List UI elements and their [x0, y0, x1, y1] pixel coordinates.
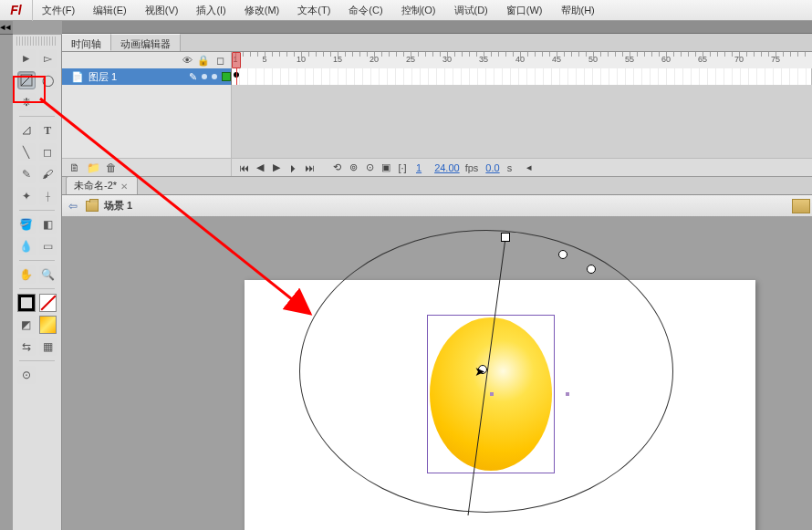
anchor-point: [566, 392, 569, 396]
playhead[interactable]: [232, 52, 241, 68]
gradient-center-handle[interactable]: [478, 365, 487, 374]
menu-edit[interactable]: 编辑(E): [84, 0, 136, 21]
stage-scroll[interactable]: ➤: [62, 216, 812, 530]
scene-label[interactable]: 场景 1: [104, 199, 132, 213]
outline-color-swatch[interactable]: [222, 72, 231, 81]
menu-commands[interactable]: 命令(C): [339, 0, 391, 21]
document-tab-bar: 未命名-2* ✕: [62, 177, 812, 195]
eye-dot[interactable]: [202, 74, 207, 79]
document-tab[interactable]: 未命名-2* ✕: [66, 176, 138, 194]
menu-text[interactable]: 文本(T): [288, 0, 339, 21]
paint-bucket-tool[interactable]: 🪣: [17, 215, 36, 234]
menu-window[interactable]: 窗口(W): [497, 0, 552, 21]
layer-frames[interactable]: [232, 68, 812, 85]
app-logo: Fl: [0, 0, 33, 21]
panel-collapse-grip[interactable]: ◂◂: [0, 21, 13, 35]
tab-motion-editor[interactable]: 动画编辑器: [111, 34, 181, 51]
menu-view[interactable]: 视图(V): [136, 0, 188, 21]
eyedropper-tool[interactable]: 💧: [17, 237, 36, 255]
document-name: 未命名-2*: [74, 179, 117, 192]
pen-tool[interactable]: [17, 121, 36, 140]
next-frame-icon[interactable]: ⏵: [286, 161, 299, 174]
timeline-header: 👁 🔒 ◻ 151015202530354045505560657075: [62, 52, 812, 68]
bone-tool[interactable]: ⟊: [39, 187, 57, 205]
eraser-tool[interactable]: ▭: [39, 237, 57, 255]
hand-tool[interactable]: ✋: [17, 265, 36, 284]
snap-to-objects-icon[interactable]: ⊙: [17, 366, 36, 384]
lock-icon[interactable]: 🔒: [198, 55, 209, 66]
selection-tool[interactable]: ►: [17, 49, 36, 68]
new-folder-icon[interactable]: 📁: [86, 161, 100, 174]
modify-markers-icon[interactable]: [·]: [396, 161, 409, 174]
scroll-left-icon[interactable]: ◂: [523, 161, 536, 174]
line-tool[interactable]: ╲: [17, 143, 36, 161]
deco-tool[interactable]: ✦: [17, 187, 36, 205]
frame-rate[interactable]: 24.00: [434, 162, 460, 173]
elapsed-time[interactable]: 0.0: [485, 162, 499, 173]
layer-header-controls: 👁 🔒 ◻: [62, 52, 232, 68]
menu-modify[interactable]: 修改(M): [235, 0, 289, 21]
stage-area: ➤: [62, 216, 812, 530]
gradient-rotation-handle[interactable]: [501, 233, 510, 242]
rectangle-tool[interactable]: ◻: [39, 143, 57, 161]
menu-insert[interactable]: 插入(I): [187, 0, 234, 21]
outline-icon[interactable]: ◻: [214, 55, 225, 66]
separator: [19, 116, 55, 117]
new-layer-icon[interactable]: 🗎: [68, 161, 82, 174]
pencil-active-icon: ✎: [189, 71, 197, 83]
text-tool[interactable]: T: [39, 121, 57, 140]
prev-frame-icon[interactable]: ◀: [254, 161, 266, 174]
onion-outline-icon[interactable]: ⊙: [363, 161, 376, 174]
zoom-tool[interactable]: 🔍: [39, 265, 57, 284]
layer-cell[interactable]: 📄 图层 1 ✎: [62, 68, 232, 85]
tab-timeline[interactable]: 时间轴: [62, 34, 111, 51]
play-icon[interactable]: ▶: [270, 161, 283, 174]
menu-help[interactable]: 帮助(H): [552, 0, 604, 21]
current-frame[interactable]: 1: [416, 162, 422, 173]
edit-scene-icon[interactable]: [792, 199, 810, 213]
fps-label: fps: [465, 162, 479, 173]
menu-debug[interactable]: 调试(D): [445, 0, 497, 21]
close-tab-icon[interactable]: ✕: [120, 182, 130, 191]
last-frame-icon[interactable]: ⏭: [303, 161, 316, 174]
gradient-transform-tool[interactable]: [17, 71, 36, 89]
subselection-tool[interactable]: ▻: [39, 49, 57, 68]
edit-bar: ⇦ 场景 1: [62, 195, 812, 217]
lasso-tool[interactable]: ❉: [17, 93, 36, 111]
pencil-tool[interactable]: ✎: [17, 165, 36, 183]
fill-color-swatch[interactable]: [39, 316, 57, 334]
menu-file[interactable]: 文件(F): [33, 0, 84, 21]
first-frame-icon[interactable]: ⏮: [237, 161, 250, 174]
menu-control[interactable]: 控制(O): [392, 0, 445, 21]
window-grip[interactable]: [62, 21, 812, 34]
3d-rotation-tool[interactable]: ◯: [39, 71, 57, 89]
panel-drag-grip[interactable]: [16, 36, 57, 46]
eye-icon[interactable]: 👁: [182, 55, 193, 66]
no-color-swatch[interactable]: [39, 294, 57, 312]
gradient-size-handle[interactable]: [587, 265, 596, 274]
frame-ruler[interactable]: 151015202530354045505560657075: [232, 52, 812, 68]
stroke-color-swatch[interactable]: [17, 294, 36, 312]
separator: [19, 210, 55, 211]
anchor-point: [490, 392, 494, 396]
ink-bottle-tool[interactable]: ◧: [39, 215, 57, 234]
onion-skin-icon[interactable]: ⊚: [347, 161, 359, 174]
back-arrow-icon[interactable]: ⇦: [66, 199, 80, 213]
delete-layer-icon[interactable]: 🗑: [104, 161, 119, 174]
layer-row[interactable]: 📄 图层 1 ✎: [62, 68, 812, 85]
edit-multiple-icon[interactable]: ▣: [380, 161, 392, 174]
timeline-empty-area: [62, 85, 812, 158]
layer-name: 图层 1: [88, 70, 117, 84]
timeline-panel: 👁 🔒 ◻ 151015202530354045505560657075 📄 图…: [62, 52, 812, 177]
black-white-swap-icon[interactable]: ◩: [17, 316, 36, 334]
scene-icon: [86, 201, 99, 212]
center-frame-icon[interactable]: ⟲: [330, 161, 343, 174]
menu-bar: Fl 文件(F) 编辑(E) 视图(V) 插入(I) 修改(M) 文本(T) 命…: [0, 0, 812, 21]
swap-colors-icon[interactable]: ⇆: [17, 338, 36, 356]
brush-tool[interactable]: 🖌: [39, 165, 57, 183]
lock-dot[interactable]: [212, 74, 217, 79]
panel-tabs: 时间轴 动画编辑器: [62, 34, 812, 52]
gradient-width-handle[interactable]: [558, 250, 567, 259]
panel-edge: [0, 35, 13, 530]
options-icon[interactable]: ▦: [39, 338, 57, 356]
